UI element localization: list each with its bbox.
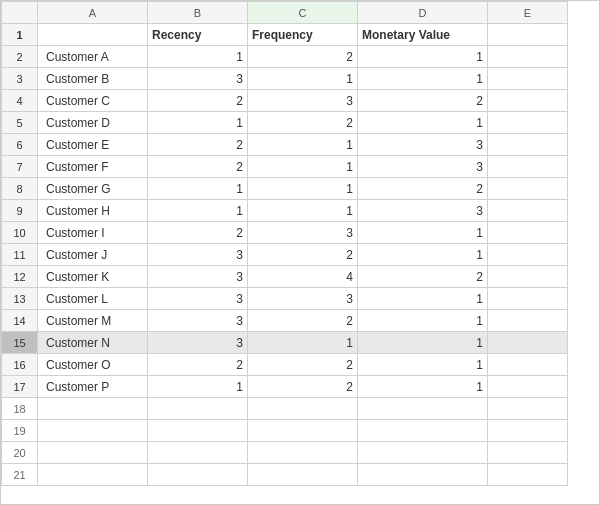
- cell-monetary[interactable]: 3: [358, 200, 488, 222]
- cell-frequency[interactable]: 1: [248, 200, 358, 222]
- cell-e[interactable]: [488, 222, 568, 244]
- table-row[interactable]: 12Customer K342: [2, 266, 568, 288]
- cell-frequency[interactable]: 3: [248, 222, 358, 244]
- empty-cell[interactable]: [358, 398, 488, 420]
- cell-monetary[interactable]: 1: [358, 68, 488, 90]
- cell-e[interactable]: [488, 310, 568, 332]
- table-row[interactable]: 10Customer I231: [2, 222, 568, 244]
- cell-monetary[interactable]: 3: [358, 156, 488, 178]
- table-row[interactable]: 14Customer M321: [2, 310, 568, 332]
- cell-recency[interactable]: 2: [148, 134, 248, 156]
- cell-customer[interactable]: Customer G: [38, 178, 148, 200]
- cell-recency[interactable]: 1: [148, 178, 248, 200]
- table-row[interactable]: 5Customer D121: [2, 112, 568, 134]
- empty-cell[interactable]: [148, 398, 248, 420]
- table-row[interactable]: 2Customer A121: [2, 46, 568, 68]
- cell-customer[interactable]: Customer D: [38, 112, 148, 134]
- table-row[interactable]: 16Customer O221: [2, 354, 568, 376]
- cell-monetary[interactable]: 3: [358, 134, 488, 156]
- cell-monetary[interactable]: 1: [358, 288, 488, 310]
- cell-frequency[interactable]: 4: [248, 266, 358, 288]
- col-b-header[interactable]: B: [148, 2, 248, 24]
- empty-cell[interactable]: [488, 398, 568, 420]
- cell-recency[interactable]: 3: [148, 288, 248, 310]
- cell-customer[interactable]: Customer C: [38, 90, 148, 112]
- col-a-header[interactable]: A: [38, 2, 148, 24]
- cell-recency[interactable]: 1: [148, 46, 248, 68]
- cell-monetary[interactable]: 1: [358, 376, 488, 398]
- cell-frequency[interactable]: 3: [248, 288, 358, 310]
- cell-customer[interactable]: Customer A: [38, 46, 148, 68]
- cell-monetary[interactable]: 2: [358, 90, 488, 112]
- cell-customer[interactable]: Customer F: [38, 156, 148, 178]
- empty-cell[interactable]: [248, 420, 358, 442]
- col-d-header[interactable]: D: [358, 2, 488, 24]
- empty-cell[interactable]: [148, 420, 248, 442]
- cell-frequency[interactable]: 1: [248, 332, 358, 354]
- cell-monetary[interactable]: 2: [358, 266, 488, 288]
- col-e-header[interactable]: E: [488, 2, 568, 24]
- cell-e[interactable]: [488, 68, 568, 90]
- cell-e[interactable]: [488, 354, 568, 376]
- cell-customer[interactable]: Customer M: [38, 310, 148, 332]
- cell-e[interactable]: [488, 200, 568, 222]
- empty-cell[interactable]: [248, 442, 358, 464]
- table-row[interactable]: 13Customer L331: [2, 288, 568, 310]
- cell-frequency[interactable]: 2: [248, 112, 358, 134]
- empty-cell[interactable]: [38, 464, 148, 486]
- cell-e[interactable]: [488, 178, 568, 200]
- cell-customer[interactable]: Customer H: [38, 200, 148, 222]
- cell-recency[interactable]: 3: [148, 244, 248, 266]
- cell-frequency[interactable]: 2: [248, 46, 358, 68]
- empty-cell[interactable]: [488, 442, 568, 464]
- cell-frequency[interactable]: 2: [248, 310, 358, 332]
- empty-cell[interactable]: [358, 464, 488, 486]
- cell-recency[interactable]: 1: [148, 376, 248, 398]
- cell-customer[interactable]: Customer J: [38, 244, 148, 266]
- cell-recency[interactable]: 1: [148, 112, 248, 134]
- cell-customer[interactable]: Customer N: [38, 332, 148, 354]
- cell-customer[interactable]: Customer L: [38, 288, 148, 310]
- cell-customer[interactable]: Customer O: [38, 354, 148, 376]
- cell-customer[interactable]: Customer P: [38, 376, 148, 398]
- empty-cell[interactable]: [358, 420, 488, 442]
- cell-monetary[interactable]: 1: [358, 112, 488, 134]
- cell-e[interactable]: [488, 266, 568, 288]
- cell-frequency[interactable]: 2: [248, 354, 358, 376]
- cell-customer[interactable]: Customer I: [38, 222, 148, 244]
- table-row[interactable]: 4Customer C232: [2, 90, 568, 112]
- table-row[interactable]: 9Customer H113: [2, 200, 568, 222]
- cell-recency[interactable]: 2: [148, 156, 248, 178]
- cell-e[interactable]: [488, 134, 568, 156]
- cell-frequency[interactable]: 1: [248, 178, 358, 200]
- col-c-header[interactable]: C: [248, 2, 358, 24]
- empty-cell[interactable]: [488, 464, 568, 486]
- empty-cell[interactable]: [38, 398, 148, 420]
- table-row[interactable]: 6Customer E213: [2, 134, 568, 156]
- cell-monetary[interactable]: 1: [358, 354, 488, 376]
- cell-monetary[interactable]: 2: [358, 178, 488, 200]
- empty-cell[interactable]: [248, 464, 358, 486]
- cell-frequency[interactable]: 1: [248, 156, 358, 178]
- empty-cell[interactable]: [248, 398, 358, 420]
- cell-e[interactable]: [488, 46, 568, 68]
- cell-customer[interactable]: Customer K: [38, 266, 148, 288]
- cell-frequency[interactable]: 1: [248, 134, 358, 156]
- cell-frequency[interactable]: 3: [248, 90, 358, 112]
- cell-recency[interactable]: 2: [148, 354, 248, 376]
- cell-e[interactable]: [488, 332, 568, 354]
- empty-cell[interactable]: [358, 442, 488, 464]
- cell-e[interactable]: [488, 244, 568, 266]
- cell-recency[interactable]: 3: [148, 68, 248, 90]
- cell-customer[interactable]: Customer E: [38, 134, 148, 156]
- cell-frequency[interactable]: 1: [248, 68, 358, 90]
- cell-frequency[interactable]: 2: [248, 376, 358, 398]
- cell-monetary[interactable]: 1: [358, 222, 488, 244]
- table-row[interactable]: 11Customer J321: [2, 244, 568, 266]
- cell-customer[interactable]: Customer B: [38, 68, 148, 90]
- table-row[interactable]: 8Customer G112: [2, 178, 568, 200]
- empty-cell[interactable]: [148, 464, 248, 486]
- cell-e[interactable]: [488, 112, 568, 134]
- cell-e[interactable]: [488, 288, 568, 310]
- cell-recency[interactable]: 2: [148, 222, 248, 244]
